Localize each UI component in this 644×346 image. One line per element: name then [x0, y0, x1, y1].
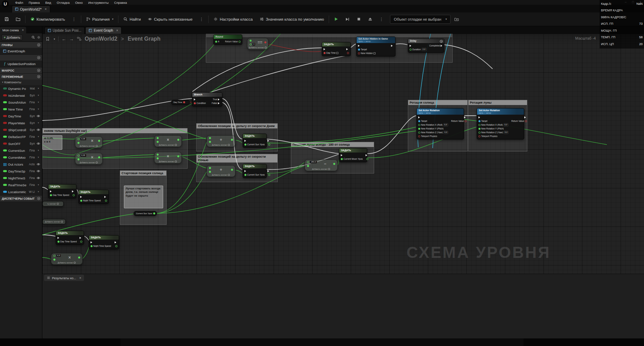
settings-gear-icon[interactable]	[37, 35, 41, 39]
float-pin[interactable]	[244, 144, 246, 146]
add-pin-button[interactable]: Добавить контакт	[207, 144, 235, 147]
pin-value-box[interactable]: 180,0	[310, 160, 317, 164]
math-node[interactable]: ×Добавить контакт	[154, 135, 182, 147]
sidebar-variable[interactable]: ShipControllБул	[0, 126, 42, 133]
find-button[interactable]: Найти	[120, 14, 144, 24]
add-pin-button[interactable]: Добавить контакт	[75, 161, 102, 164]
breadcrumb-leaf[interactable]: Event Graph	[128, 36, 160, 42]
exec-pin[interactable]	[244, 140, 247, 142]
compiler-results-tab[interactable]: Результаты ко... ×	[44, 275, 84, 281]
pin-value-box[interactable]: 0,5	[56, 254, 61, 257]
my-blueprint-tab[interactable]: Моя схема ×	[0, 27, 26, 33]
float-pin[interactable]	[53, 259, 55, 261]
variable-visibility[interactable]	[36, 177, 41, 180]
add-pin-button[interactable]: Добавить контакт	[155, 160, 181, 163]
function-node[interactable]: Set Actor RotationЦель — акторTargetNew …	[416, 108, 464, 139]
exec-pin[interactable]	[267, 170, 270, 172]
debug-object-select[interactable]: Объект отладки не выбран ▾	[390, 15, 451, 24]
graph-tab[interactable]: Update Sun Posi...	[44, 27, 85, 34]
content-drawer-strip[interactable]	[120, 338, 524, 346]
float-pin[interactable]	[307, 165, 309, 167]
sidebar-variable[interactable]: DeltaSecFPПла▾	[0, 133, 42, 140]
add-icon[interactable]	[37, 56, 40, 59]
chevron-down-icon[interactable]: ▾	[54, 38, 55, 41]
float-pin[interactable]	[98, 156, 100, 158]
float-pin[interactable]	[418, 128, 420, 130]
pin-value-box[interactable]: 0,05	[80, 137, 86, 140]
float-pin[interactable]	[115, 245, 117, 247]
class-settings-button[interactable]: Настройки класса	[210, 14, 256, 24]
float-pin[interactable]	[77, 138, 80, 140]
checkbox[interactable]	[373, 52, 376, 54]
add-icon[interactable]	[37, 197, 40, 200]
sidebar-variable[interactable]: RealTImeSeПла▾	[0, 181, 42, 188]
sidebar-section[interactable]	[0, 54, 42, 61]
exec-pin[interactable]	[358, 45, 361, 47]
float-pin[interactable]	[80, 241, 82, 243]
variable-visibility[interactable]	[36, 142, 41, 145]
sidebar-variable[interactable]: CurrentSunПла▾	[0, 147, 42, 154]
graph-canvas[interactable]: ▾ ← → OpenWorld2 > Event Graph Масштаб -…	[42, 34, 644, 338]
eye-icon[interactable]	[36, 128, 40, 131]
math-node[interactable]: +Добавить контакт	[207, 135, 235, 147]
hide-unrelated-button[interactable]: Скрыть несвязанные	[145, 14, 196, 24]
add-pin-button[interactable]: Добавить контакт	[43, 219, 65, 224]
obj-pin[interactable]	[418, 120, 420, 122]
browse-asset-button[interactable]	[13, 14, 23, 24]
exec-pin[interactable]	[80, 237, 82, 239]
set-node[interactable]: ЗАДАТЬCurrent Sun Ypos	[243, 134, 267, 148]
bool-pin[interactable]	[418, 135, 420, 137]
obj-pin[interactable]	[478, 120, 481, 122]
eject-button[interactable]	[365, 14, 376, 24]
breadcrumb-root[interactable]: OpenWorld2	[85, 36, 117, 42]
menu-item[interactable]: Вид	[42, 1, 54, 4]
exec-pin[interactable]	[91, 241, 93, 243]
add-button[interactable]: + Добавить	[1, 34, 23, 40]
float-pin[interactable]	[341, 158, 343, 160]
sidebar-variable[interactable]: IsUnderwatБул▾	[0, 92, 42, 99]
variable-visibility[interactable]: ▾	[36, 108, 41, 111]
set-node[interactable]: ЗАДАТЬDay Time Speed	[56, 231, 84, 245]
exec-pin[interactable]	[244, 170, 247, 172]
float-pin[interactable]	[231, 169, 233, 171]
variable-visibility[interactable]	[36, 128, 41, 132]
pin-value-box[interactable]: 0,05	[80, 154, 86, 157]
sidebar-section[interactable]: ДИСПЕТЧЕРЫ СОБЫТ	[0, 195, 42, 201]
sidebar-section[interactable]: МАКРОС	[0, 67, 42, 73]
eye-icon[interactable]	[36, 170, 40, 172]
bool-pin[interactable]	[465, 120, 467, 122]
exec-pin[interactable]	[441, 45, 443, 47]
float-pin[interactable]	[307, 161, 309, 163]
float-pin[interactable]	[418, 132, 420, 134]
float-pin[interactable]	[418, 124, 420, 126]
graph-tab[interactable]: Event Graph×	[85, 27, 122, 34]
exec-pin[interactable]	[267, 140, 270, 142]
sidebar-item[interactable]: EventGraph	[0, 48, 42, 54]
float-pin[interactable]	[478, 132, 481, 134]
set-node[interactable]: ЗАДАТЬNight Time Speed	[78, 190, 109, 204]
sidebar-variable[interactable]: Dynamic PoMat▾	[0, 85, 42, 92]
float-pin[interactable]	[77, 158, 80, 160]
sidebar-variable[interactable]: NightTimeSПла	[0, 175, 42, 181]
obj-pin[interactable]	[358, 49, 360, 51]
eye-icon[interactable]	[36, 115, 40, 117]
float-pin[interactable]	[78, 256, 80, 259]
close-icon[interactable]: ×	[79, 276, 81, 280]
close-icon[interactable]: ×	[116, 29, 118, 32]
float-pin[interactable]	[153, 212, 155, 214]
sidebar-variable[interactable]: New TimeПла▾	[0, 106, 42, 113]
float-pin[interactable]	[177, 139, 179, 141]
float-pin[interactable]	[157, 157, 159, 159]
float-pin[interactable]	[244, 174, 246, 176]
hide-unrelated-options-button[interactable]: ⋮	[196, 14, 207, 24]
search-icon[interactable]	[31, 35, 35, 39]
float-pin[interactable]	[268, 144, 270, 146]
set-node[interactable]: ЗАДАТЬDay Time Speed	[48, 184, 76, 198]
exec-pin[interactable]	[341, 154, 344, 156]
math-node[interactable]: 0,05×Добавить контакт	[75, 153, 103, 165]
variable-visibility[interactable]: ▾	[36, 94, 41, 97]
forward-button[interactable]: →	[69, 36, 74, 42]
float-pin[interactable]	[209, 167, 211, 169]
float-pin[interactable]	[209, 137, 211, 139]
menu-item[interactable]: Файл	[12, 1, 26, 4]
